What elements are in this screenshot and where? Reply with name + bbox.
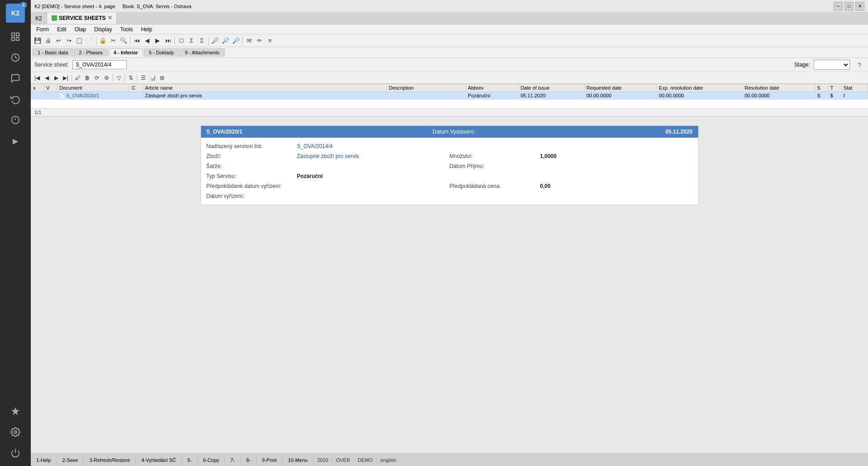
minimize-button[interactable]: ─ <box>834 2 843 11</box>
clock-icon[interactable] <box>6 48 25 67</box>
search3-button[interactable]: 🔎 <box>221 36 230 46</box>
menu-display[interactable]: Display <box>91 25 115 34</box>
gear-icon[interactable] <box>6 423 25 442</box>
calc-button[interactable]: Σ <box>187 36 197 46</box>
cut-button[interactable]: ✂ <box>108 36 118 46</box>
form-header: Service sheet: S_OVA/2014/4 Stage: ? <box>31 58 868 72</box>
status-btn-print[interactable]: 9-Print <box>257 454 283 466</box>
detail-card-body: Nadřazený servisní list: S_OVA/2014/4 Zb… <box>201 138 698 205</box>
detail-value-zbozi[interactable]: Zástupné zboží pro servis <box>297 153 359 159</box>
grid-nav-next[interactable]: ▶ <box>52 73 61 82</box>
tab-phases[interactable]: 2 - Phases <box>74 48 108 57</box>
menu-olap[interactable]: Olap <box>71 25 90 34</box>
expand-icon[interactable]: ▶ <box>6 131 25 150</box>
detail-card: S_OVA/2020/1 Datum Vystavení: 05.11.2020… <box>201 125 699 205</box>
email-button[interactable]: ✉ <box>244 36 254 46</box>
table-row[interactable]: 📄 S_OVA/2020/1 Zástupné zboží pro servis… <box>31 92 868 100</box>
menu-button[interactable]: ≡ <box>265 36 275 46</box>
menu-tools[interactable]: Tools <box>116 25 136 34</box>
sparkle-icon[interactable] <box>6 402 25 421</box>
info-icon[interactable] <box>6 110 25 130</box>
lock-button[interactable]: 🔒 <box>98 36 108 46</box>
col-header-resolution-date[interactable]: Resolution date <box>743 84 815 92</box>
detail-value-nadrazeny[interactable]: S_OVA/2014/4 <box>297 143 333 149</box>
maximize-button[interactable]: □ <box>844 2 854 11</box>
stage-help-button[interactable]: ? <box>854 60 864 70</box>
nav-first-button[interactable]: ⏮ <box>132 36 142 46</box>
power-icon[interactable] <box>6 443 25 462</box>
status-btn-5[interactable]: 5- <box>182 454 198 466</box>
filter-button[interactable]: ⬡ <box>176 36 186 46</box>
status-btn-search[interactable]: 4-Vyhledání SČ <box>136 454 182 466</box>
print-button[interactable]: 🖨 <box>43 36 53 46</box>
tab-k2[interactable]: K2 <box>31 13 47 24</box>
grid-add-button[interactable]: 🖊 <box>73 73 82 82</box>
grid-nav-first[interactable]: |◀ <box>33 73 42 82</box>
nav-next-button[interactable]: ▶ <box>153 36 163 46</box>
toolbar-sep-1 <box>96 37 96 45</box>
tab-inferior[interactable]: 4 - Inferior <box>109 48 143 57</box>
grid-view-button[interactable]: ☰ <box>139 73 148 82</box>
service-sheet-input[interactable]: S_OVA/2014/4 <box>72 60 127 69</box>
nav-prev-button[interactable]: ◀ <box>142 36 152 46</box>
search2-button[interactable]: 🔎 <box>210 36 220 46</box>
grid-options-button[interactable]: ⚙ <box>102 73 111 82</box>
status-btn-help[interactable]: 1-Help <box>31 454 57 466</box>
grid-sort-button[interactable]: ⇅ <box>126 73 135 82</box>
stage-select[interactable] <box>814 60 850 70</box>
col-header-description[interactable]: Description <box>387 84 466 92</box>
grid-nav-prev[interactable]: ◀ <box>42 73 51 82</box>
close-button[interactable]: ✕ <box>855 2 864 11</box>
status-btn-8[interactable]: 8- <box>241 454 257 466</box>
nav-last-button[interactable]: ⏭ <box>163 36 173 46</box>
menu-help[interactable]: Help <box>137 25 156 34</box>
edit-button[interactable]: ✏ <box>254 36 264 46</box>
tab-doklady[interactable]: 5 - Doklady <box>144 48 179 57</box>
col-header-t[interactable]: T <box>828 84 841 92</box>
save-button[interactable]: 💾 <box>33 36 43 46</box>
status-btn-copy[interactable]: 6-Copy <box>198 454 225 466</box>
col-header-v[interactable]: V <box>44 84 58 92</box>
grid-delete-button[interactable]: 🗑 <box>83 73 92 82</box>
grid-container: s V Document C Article name Description … <box>31 84 868 109</box>
grid-export-button[interactable]: 📊 <box>148 73 157 82</box>
grid-nav-last[interactable]: ▶| <box>61 73 70 82</box>
menu-form[interactable]: Form <box>33 25 53 34</box>
chat-icon[interactable] <box>6 69 25 88</box>
redo-button[interactable]: ↪ <box>64 36 74 46</box>
search4-button[interactable]: 🔎 <box>231 36 241 46</box>
svg-rect-1 <box>16 33 19 36</box>
col-header-requested-date[interactable]: Requested date <box>585 84 657 92</box>
grid-refresh-button[interactable]: ⟳ <box>92 73 101 82</box>
undo-button[interactable]: ↩ <box>53 36 63 46</box>
col-header-exp-resolution[interactable]: Exp. resolution date <box>657 84 743 92</box>
search-button[interactable]: 🔍 <box>119 36 129 46</box>
grid-icon[interactable] <box>6 27 25 46</box>
col-header-stat[interactable]: Stat <box>841 84 868 92</box>
status-btn-menu[interactable]: 10-Menu <box>283 454 313 466</box>
status-btn-refresh[interactable]: 3-Refresh/Restore <box>84 454 136 466</box>
col-header-abbrev[interactable]: Abbrev <box>466 84 518 92</box>
tab-basic-data[interactable]: 1 - Basic data <box>33 48 73 57</box>
calc2-button[interactable]: Σ <box>197 36 207 46</box>
status-btn-save[interactable]: 2-Save <box>57 454 84 466</box>
col-header-c[interactable]: C <box>130 84 143 92</box>
paste-button[interactable]: 📄 <box>85 36 95 46</box>
tab-service-sheets[interactable]: SERVICE SHEETS ✕ <box>47 13 117 24</box>
history-icon[interactable] <box>6 90 25 109</box>
cell-v <box>44 92 58 100</box>
grid-layout-button[interactable]: ⊞ <box>158 73 167 82</box>
app-logo[interactable]: K2 1 <box>6 4 25 23</box>
col-header-s2[interactable]: S <box>815 84 828 92</box>
tab-close-button[interactable]: ✕ <box>108 15 112 21</box>
tab-attachments[interactable]: 9 - Attachments <box>180 48 224 57</box>
status-btn-7[interactable]: 7- <box>225 454 241 466</box>
col-header-s[interactable]: s <box>31 84 44 92</box>
toolbar-sep-4 <box>208 37 209 45</box>
menu-edit[interactable]: Edit <box>53 25 70 34</box>
col-header-article-name[interactable]: Article name <box>143 84 387 92</box>
copy-button[interactable]: 📋 <box>74 36 84 46</box>
col-header-document[interactable]: Document <box>58 84 130 92</box>
grid-filter-button[interactable]: ▽ <box>114 73 123 82</box>
col-header-date-of-issue[interactable]: Date of issue <box>518 84 585 92</box>
